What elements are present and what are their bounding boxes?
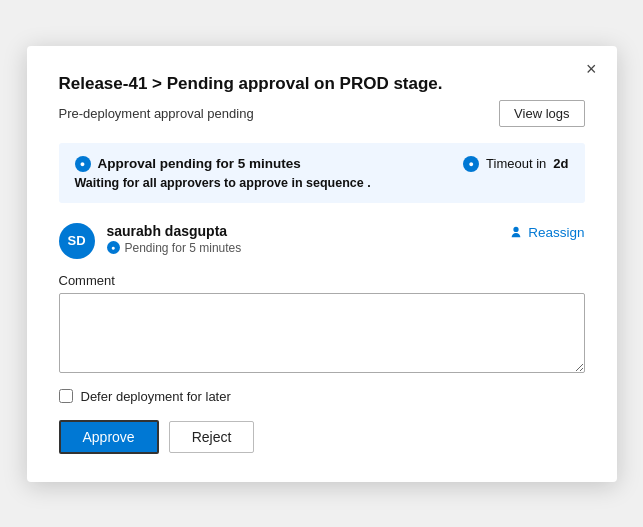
defer-row: Defer deployment for later (59, 389, 585, 404)
dialog-title: Release-41 > Pending approval on PROD st… (59, 74, 585, 94)
approver-clock-icon: ● (107, 241, 120, 254)
user-icon (509, 225, 523, 239)
approver-name: saurabh dasgupta (107, 223, 498, 239)
banner-description: Waiting for all approvers to approve in … (75, 176, 371, 190)
reassign-label: Reassign (528, 225, 584, 240)
action-row: Approve Reject (59, 420, 585, 454)
approver-info: saurabh dasgupta ● Pending for 5 minutes (107, 223, 498, 255)
comment-input[interactable] (59, 293, 585, 373)
timeout-label: Timeout in (486, 156, 546, 171)
banner-title: ● Approval pending for 5 minutes (75, 156, 371, 172)
banner-desc-prefix: Waiting for all approvers to approve in (75, 176, 303, 190)
dialog: × Release-41 > Pending approval on PROD … (27, 46, 617, 482)
comment-label: Comment (59, 273, 585, 288)
reject-button[interactable]: Reject (169, 421, 255, 453)
banner-desc-suffix: . (367, 176, 370, 190)
approver-row: SD saurabh dasgupta ● Pending for 5 minu… (59, 223, 585, 259)
timeout-clock-icon: ● (463, 156, 479, 172)
clock-icon: ● (75, 156, 91, 172)
banner-left: ● Approval pending for 5 minutes Waiting… (75, 156, 371, 190)
defer-label: Defer deployment for later (81, 389, 231, 404)
dialog-subtitle: Pre-deployment approval pending (59, 106, 254, 121)
defer-checkbox[interactable] (59, 389, 73, 403)
avatar: SD (59, 223, 95, 259)
comment-section: Comment (59, 273, 585, 377)
approve-button[interactable]: Approve (59, 420, 159, 454)
view-logs-button[interactable]: View logs (499, 100, 584, 127)
subtitle-row: Pre-deployment approval pending View log… (59, 100, 585, 127)
close-button[interactable]: × (580, 58, 603, 80)
banner-desc-keyword: sequence (306, 176, 364, 190)
approver-status: ● Pending for 5 minutes (107, 241, 498, 255)
banner-timeout: ● Timeout in 2d (463, 156, 568, 172)
approver-status-text: Pending for 5 minutes (125, 241, 242, 255)
reassign-button[interactable]: Reassign (509, 225, 584, 240)
banner-title-text: Approval pending for 5 minutes (98, 156, 301, 171)
info-banner: ● Approval pending for 5 minutes Waiting… (59, 143, 585, 203)
timeout-value: 2d (553, 156, 568, 171)
